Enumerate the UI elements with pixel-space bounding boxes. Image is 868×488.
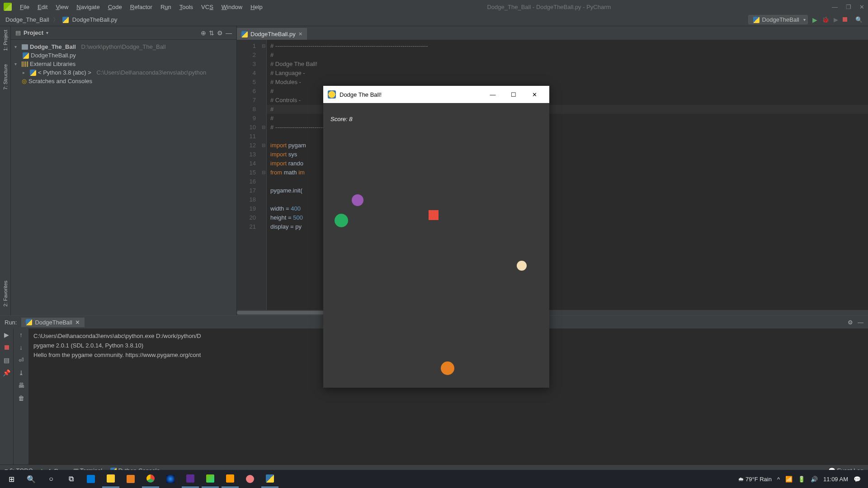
chevron-right-icon: ▸ xyxy=(23,70,28,75)
rerun-icon[interactable]: ▶ xyxy=(4,331,9,338)
python-file-icon xyxy=(62,17,69,23)
close-tab-icon[interactable]: ✕ xyxy=(298,31,302,37)
tree-project-root[interactable]: ▾ Dodge_The_Ball D:\work\python\Dodge_Th… xyxy=(11,42,236,51)
run-config-selector[interactable]: DodgeTheBall xyxy=(748,15,808,24)
notifications-icon[interactable]: 💬 xyxy=(854,476,861,483)
system-tray[interactable]: 🌧 79°F Rain ^ 📶 🔋 🔊 11:09 AM 💬 xyxy=(738,476,865,483)
hide-icon[interactable]: — xyxy=(226,29,232,37)
app2-icon[interactable] xyxy=(241,470,259,488)
chevron-down-icon[interactable]: ▾ xyxy=(46,30,48,35)
gear-icon[interactable]: ⚙ xyxy=(217,29,223,37)
run-toolbar-left: ▶ ▤ 📌 xyxy=(0,328,14,465)
pygame-icon xyxy=(328,90,336,99)
search-button[interactable]: 🔍 xyxy=(23,470,40,488)
menu-window[interactable]: Window xyxy=(218,2,246,12)
tool-tab-structure[interactable]: 7: Structure xyxy=(3,64,8,90)
debug-icon[interactable]: 🐞 xyxy=(822,16,829,23)
tree-python-label: < Python 3.8 (abc) > xyxy=(38,69,91,76)
tree-scratches[interactable]: ◎ Scratches and Consoles xyxy=(11,77,236,85)
pygame-window[interactable]: Dodge The Ball! — ☐ ✕ Score: 8 xyxy=(323,86,549,388)
pin-icon[interactable]: 📌 xyxy=(3,369,10,376)
title-bar: File Edit View Navigate Code Refactor Ru… xyxy=(0,0,868,14)
breadcrumb-file[interactable]: DodgeTheBall.py xyxy=(72,16,118,23)
down-icon[interactable]: ↓ xyxy=(19,344,23,351)
python-icon xyxy=(30,70,36,76)
scroll-icon[interactable]: ⤓ xyxy=(19,369,24,376)
weather-widget[interactable]: 🌧 79°F Rain xyxy=(738,476,772,483)
menu-view[interactable]: View xyxy=(52,2,72,12)
tree-python-env[interactable]: ▸ < Python 3.8 (abc) > C:\Users\Dell\ana… xyxy=(11,68,236,77)
editor-tabs: DodgeTheBall.py ✕ xyxy=(237,26,868,40)
menu-file[interactable]: File xyxy=(16,2,33,12)
close-icon[interactable]: ✕ xyxy=(859,4,864,10)
project-view-icon: ▤ xyxy=(15,29,21,36)
trash-icon[interactable]: 🗑 xyxy=(18,394,24,402)
chevron-down-icon: ▾ xyxy=(14,44,20,49)
tree-extlibs-label: External Libraries xyxy=(30,61,75,67)
game-maximize-icon[interactable]: ☐ xyxy=(503,91,524,98)
menu-edit[interactable]: Edit xyxy=(34,2,51,12)
enemy-ball xyxy=(335,214,348,227)
print-icon[interactable]: 🖶 xyxy=(18,382,24,389)
project-tool-header: ▤ Project ▾ ⊕ ⇅ ⚙ — xyxy=(11,26,236,40)
pygame-link[interactable]: https://www.pygame.org/cont xyxy=(126,352,201,358)
menu-refactor[interactable]: Refactor xyxy=(127,2,156,12)
game-canvas[interactable]: Score: 8 xyxy=(323,103,549,388)
game-titlebar[interactable]: Dodge The Ball! — ☐ ✕ xyxy=(323,86,549,103)
menu-vcs[interactable]: VCS xyxy=(198,2,217,12)
game-close-icon[interactable]: ✕ xyxy=(524,91,545,98)
up-icon[interactable]: ↑ xyxy=(19,331,23,338)
coverage-icon[interactable]: ▶ xyxy=(834,16,838,23)
edge-icon[interactable] xyxy=(162,470,179,488)
game-minimize-icon[interactable]: — xyxy=(482,91,503,98)
menu-navigate[interactable]: Navigate xyxy=(73,2,103,12)
run-tab[interactable]: DodgeTheBall ✕ xyxy=(21,318,84,327)
editor-tab[interactable]: DodgeTheBall.py ✕ xyxy=(237,28,307,40)
menu-tools[interactable]: Tools xyxy=(176,2,197,12)
battery-icon[interactable]: 🔋 xyxy=(798,476,805,483)
expand-icon[interactable]: ⇅ xyxy=(209,29,214,37)
chevron-down-icon: ▾ xyxy=(14,61,20,66)
tray-chevron-icon[interactable]: ^ xyxy=(777,476,780,483)
scratch-icon: ◎ xyxy=(22,78,27,84)
python-icon[interactable] xyxy=(261,470,278,488)
search-icon[interactable]: 🔍 xyxy=(855,16,863,23)
tree-ext-libs[interactable]: ▾ External Libraries xyxy=(11,60,236,68)
wifi-icon[interactable]: 📶 xyxy=(785,476,793,483)
menu-code[interactable]: Code xyxy=(104,2,126,12)
score-text: Score: 8 xyxy=(330,108,352,125)
vs-icon[interactable] xyxy=(182,470,199,488)
hide-icon[interactable]: — xyxy=(858,319,863,326)
app-icon[interactable] xyxy=(122,470,139,488)
close-tab-icon[interactable]: ✕ xyxy=(75,319,80,326)
cortana-button[interactable]: ○ xyxy=(42,470,60,488)
tool-tab-favorites[interactable]: 2: Favorites xyxy=(3,281,8,306)
maximize-icon[interactable]: ❐ xyxy=(846,4,851,10)
store-icon[interactable] xyxy=(82,470,99,488)
start-button[interactable]: ⊞ xyxy=(3,470,20,488)
gear-icon[interactable]: ⚙ xyxy=(848,319,853,326)
tree-file[interactable]: DodgeTheBall.py xyxy=(11,51,236,60)
wrap-icon[interactable]: ⏎ xyxy=(19,357,24,364)
tree-scratches-label: Scratches and Consoles xyxy=(28,78,92,84)
volume-icon[interactable]: 🔊 xyxy=(811,476,818,483)
taskview-button[interactable]: ⧉ xyxy=(62,470,80,488)
clock[interactable]: 11:09 AM xyxy=(823,476,848,483)
sublime-icon[interactable] xyxy=(222,470,239,488)
explorer-icon[interactable] xyxy=(102,470,119,488)
run-icon[interactable]: ▶ xyxy=(812,16,817,23)
stop-icon[interactable] xyxy=(5,344,9,351)
tree-project-name: Dodge_The_Ball xyxy=(30,43,76,50)
menu-run[interactable]: Run xyxy=(157,2,175,12)
breadcrumb-root[interactable]: Dodge_The_Ball xyxy=(5,16,49,23)
tree-file-label: DodgeTheBall.py xyxy=(31,52,76,59)
locate-icon[interactable]: ⊕ xyxy=(201,29,206,37)
tool-tab-project[interactable]: 1: Project xyxy=(3,30,8,51)
stop-icon[interactable] xyxy=(843,16,847,23)
python-file-icon xyxy=(753,17,760,23)
chrome-icon[interactable] xyxy=(142,470,159,488)
menu-help[interactable]: Help xyxy=(247,2,266,12)
layout-icon[interactable]: ▤ xyxy=(4,357,9,364)
minimize-icon[interactable]: — xyxy=(832,4,838,10)
pycharm-icon[interactable] xyxy=(202,470,219,488)
